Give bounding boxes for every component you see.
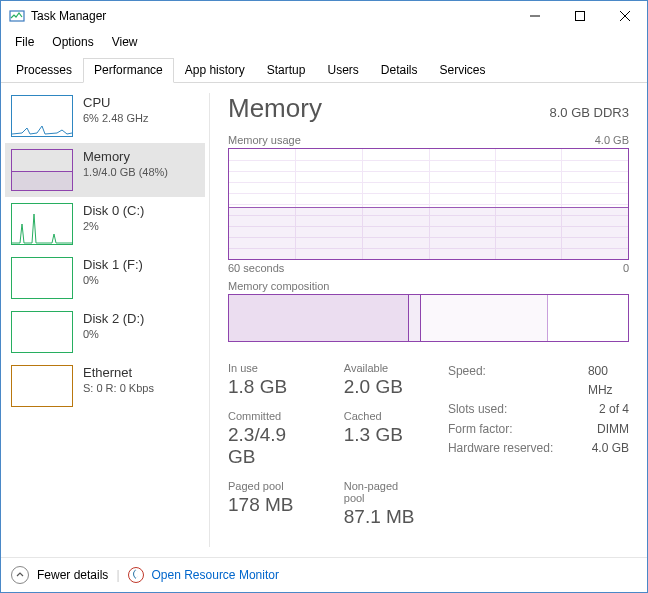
tab-startup[interactable]: Startup xyxy=(256,58,317,83)
open-resource-monitor-link[interactable]: Open Resource Monitor xyxy=(152,568,279,582)
inuse-label: In use xyxy=(228,362,316,374)
memory-capacity: 8.0 GB DDR3 xyxy=(550,105,629,120)
sidebar-item-label: Ethernet xyxy=(83,365,154,380)
tab-processes[interactable]: Processes xyxy=(5,58,83,83)
paged-value: 178 MB xyxy=(228,494,316,516)
sidebar-item-label: Memory xyxy=(83,149,168,164)
window-title: Task Manager xyxy=(31,9,512,23)
paged-label: Paged pool xyxy=(228,480,316,492)
form-label: Form factor: xyxy=(448,420,568,439)
tab-details[interactable]: Details xyxy=(370,58,429,83)
sidebar-item-sub: 2% xyxy=(83,220,144,232)
page-title: Memory xyxy=(228,93,322,124)
sidebar-item-sub: 1.9/4.0 GB (48%) xyxy=(83,166,168,178)
usage-label: Memory usage xyxy=(228,134,301,146)
tab-app-history[interactable]: App history xyxy=(174,58,256,83)
sidebar-item-memory[interactable]: Memory 1.9/4.0 GB (48%) xyxy=(5,143,205,197)
footer: Fewer details | Open Resource Monitor xyxy=(1,557,647,592)
commit-label: Committed xyxy=(228,410,316,422)
sidebar-item-label: Disk 2 (D:) xyxy=(83,311,144,326)
menu-file[interactable]: File xyxy=(7,33,42,51)
sidebar-item-cpu[interactable]: CPU 6% 2.48 GHz xyxy=(5,89,205,143)
app-icon xyxy=(9,8,25,24)
minimize-button[interactable] xyxy=(512,1,557,31)
axis-right: 0 xyxy=(623,262,629,274)
chevron-up-icon[interactable] xyxy=(11,566,29,584)
sidebar-item-label: Disk 0 (C:) xyxy=(83,203,144,218)
speed-value: 800 MHz xyxy=(588,362,629,400)
disk1-thumb xyxy=(11,257,73,299)
sidebar-item-disk0[interactable]: Disk 0 (C:) 2% xyxy=(5,197,205,251)
menu-options[interactable]: Options xyxy=(44,33,101,51)
sidebar-item-ethernet[interactable]: Ethernet S: 0 R: 0 Kbps xyxy=(5,359,205,413)
svg-rect-2 xyxy=(575,12,584,21)
memory-composition-chart[interactable] xyxy=(228,294,629,342)
sidebar-item-disk1[interactable]: Disk 1 (F:) 0% xyxy=(5,251,205,305)
cached-value: 1.3 GB xyxy=(344,424,418,446)
cpu-thumb xyxy=(11,95,73,137)
usage-max: 4.0 GB xyxy=(595,134,629,146)
composition-label: Memory composition xyxy=(228,280,329,292)
sidebar-item-sub: 0% xyxy=(83,328,144,340)
hwres-label: Hardware reserved: xyxy=(448,439,568,458)
main-panel: Memory 8.0 GB DDR3 Memory usage 4.0 GB 6… xyxy=(210,83,647,557)
menubar: File Options View xyxy=(1,31,647,53)
sidebar-item-label: CPU xyxy=(83,95,148,110)
disk0-thumb xyxy=(11,203,73,245)
resource-monitor-icon xyxy=(128,567,144,583)
tabstrip: Processes Performance App history Startu… xyxy=(1,57,647,83)
memory-thumb xyxy=(11,149,73,191)
disk2-thumb xyxy=(11,311,73,353)
content: CPU 6% 2.48 GHz Memory 1.9/4.0 GB (48%) xyxy=(1,83,647,557)
comp-free xyxy=(548,295,628,341)
maximize-button[interactable] xyxy=(557,1,602,31)
tab-users[interactable]: Users xyxy=(316,58,369,83)
inuse-value: 1.8 GB xyxy=(228,376,316,398)
stats: In use1.8 GB Available2.0 GB Committed2.… xyxy=(228,362,629,528)
avail-label: Available xyxy=(344,362,418,374)
sidebar-item-sub: 6% 2.48 GHz xyxy=(83,112,148,124)
sidebar: CPU 6% 2.48 GHz Memory 1.9/4.0 GB (48%) xyxy=(1,83,209,557)
form-value: DIMM xyxy=(597,420,629,439)
close-button[interactable] xyxy=(602,1,647,31)
cached-label: Cached xyxy=(344,410,418,422)
comp-modified xyxy=(409,295,421,341)
ethernet-thumb xyxy=(11,365,73,407)
comp-standby xyxy=(421,295,549,341)
memory-usage-chart[interactable] xyxy=(228,148,629,260)
sidebar-item-sub: S: 0 R: 0 Kbps xyxy=(83,382,154,394)
chart-fill xyxy=(229,207,628,259)
menu-view[interactable]: View xyxy=(104,33,146,51)
commit-value: 2.3/4.9 GB xyxy=(228,424,316,468)
avail-value: 2.0 GB xyxy=(344,376,418,398)
tab-services[interactable]: Services xyxy=(429,58,497,83)
sidebar-item-label: Disk 1 (F:) xyxy=(83,257,143,272)
hwres-value: 4.0 GB xyxy=(592,439,629,458)
footer-divider: | xyxy=(116,568,119,582)
speed-label: Speed: xyxy=(448,362,568,400)
task-manager-window: Task Manager File Options View Processes… xyxy=(0,0,648,593)
sidebar-item-sub: 0% xyxy=(83,274,143,286)
slots-value: 2 of 4 xyxy=(599,400,629,419)
nonpaged-value: 87.1 MB xyxy=(344,506,418,528)
tab-performance[interactable]: Performance xyxy=(83,58,174,83)
slots-label: Slots used: xyxy=(448,400,568,419)
nonpaged-label: Non-paged pool xyxy=(344,480,418,504)
sidebar-item-disk2[interactable]: Disk 2 (D:) 0% xyxy=(5,305,205,359)
comp-in-use xyxy=(229,295,409,341)
fewer-details-button[interactable]: Fewer details xyxy=(37,568,108,582)
titlebar: Task Manager xyxy=(1,1,647,31)
axis-left: 60 seconds xyxy=(228,262,284,274)
